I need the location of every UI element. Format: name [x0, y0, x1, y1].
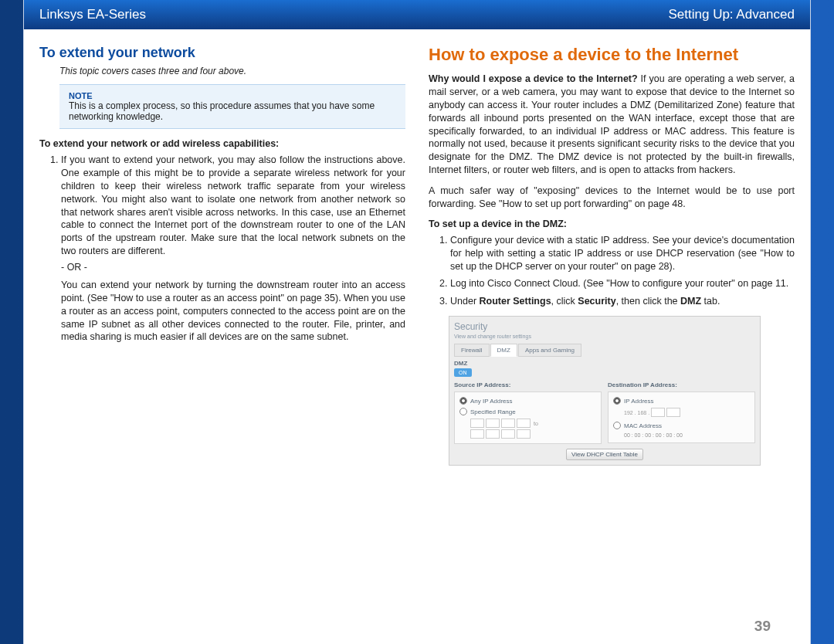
rs-tab-firewall[interactable]: Firewall — [454, 344, 490, 357]
right-step-2: Log into Cisco Connect Cloud. (See "How … — [450, 277, 795, 290]
rs-src-label: Source IP Address: — [454, 381, 602, 388]
mini-input[interactable] — [486, 419, 500, 428]
radio-icon — [613, 422, 621, 429]
rs-tabs: Firewall DMZ Apps and Gaming — [454, 344, 755, 357]
router-screenshot: Security View and change router settings… — [449, 316, 761, 466]
right-bold-intro: To set up a device in the DMZ: — [429, 219, 795, 229]
left-column: To extend your network This topic covers… — [39, 45, 405, 466]
rs-dst-box: IP Address 192 . 168 . MAC Address — [608, 391, 755, 443]
rs-tab-dmz[interactable]: DMZ — [490, 344, 517, 357]
rs-dhcp-button[interactable]: View DHCP Client Table — [566, 449, 643, 460]
mini-input[interactable] — [470, 429, 484, 439]
right-column: How to expose a device to the Internet W… — [429, 45, 795, 466]
radio-icon — [459, 397, 467, 405]
or-text: - OR - — [61, 261, 405, 274]
mini-input[interactable] — [517, 419, 531, 428]
mini-input[interactable] — [501, 429, 515, 439]
rs-src-anyip-row[interactable]: Any IP Address — [459, 397, 596, 405]
header-left: Linksys EA-Series — [39, 7, 146, 22]
left-heading: To extend your network — [39, 45, 405, 61]
rs-title: Security — [454, 321, 755, 332]
right-steps: Configure your device with a static IP a… — [435, 234, 795, 308]
mini-input[interactable] — [517, 429, 531, 439]
right-para1: Why would I expose a device to the Inter… — [429, 73, 795, 177]
right-step-3: Under Router Settings, click Security, t… — [450, 295, 795, 308]
page-header: Linksys EA-Series Setting Up: Advanced — [24, 0, 810, 29]
mini-input[interactable] — [501, 419, 515, 428]
mini-input[interactable] — [651, 408, 665, 417]
note-box: NOTE This is a complex process, so this … — [59, 84, 405, 129]
note-text: This is a complex process, so this proce… — [69, 100, 396, 122]
mini-input[interactable] — [486, 429, 500, 439]
page-number: 39 — [754, 618, 771, 635]
rs-sub: View and change router settings — [454, 334, 755, 339]
rs-tab-apps[interactable]: Apps and Gaming — [518, 344, 581, 357]
mini-input[interactable] — [666, 408, 680, 417]
left-steps: If you want to extend your network, you … — [46, 154, 405, 344]
left-step-1: If you want to extend your network, you … — [61, 154, 405, 344]
mini-input[interactable] — [470, 419, 484, 428]
radio-icon — [459, 408, 467, 415]
rs-dst-label: Destination IP Address: — [608, 381, 755, 388]
right-para2: A much safer way of "exposing" devices t… — [429, 185, 795, 211]
rs-dst-ip-row[interactable]: IP Address — [613, 397, 750, 405]
right-heading: How to expose a device to the Internet — [429, 45, 795, 65]
rs-src-box: Any IP Address Specified Range — [454, 391, 602, 444]
note-label: NOTE — [69, 91, 396, 100]
right-step-1: Configure your device with a static IP a… — [450, 234, 795, 273]
rs-dmz-toggle[interactable]: ON — [454, 368, 472, 377]
rs-dst-mac-row[interactable]: MAC Address — [613, 422, 750, 429]
left-subtitle: This topic covers cases three and four a… — [59, 66, 405, 76]
rs-src-range-row[interactable]: Specified Range — [459, 408, 596, 415]
header-right: Setting Up: Advanced — [668, 7, 795, 22]
left-bold-intro: To extend your network or add wireless c… — [39, 138, 405, 149]
radio-icon — [613, 397, 621, 405]
rs-dmz-label: DMZ — [454, 360, 755, 367]
